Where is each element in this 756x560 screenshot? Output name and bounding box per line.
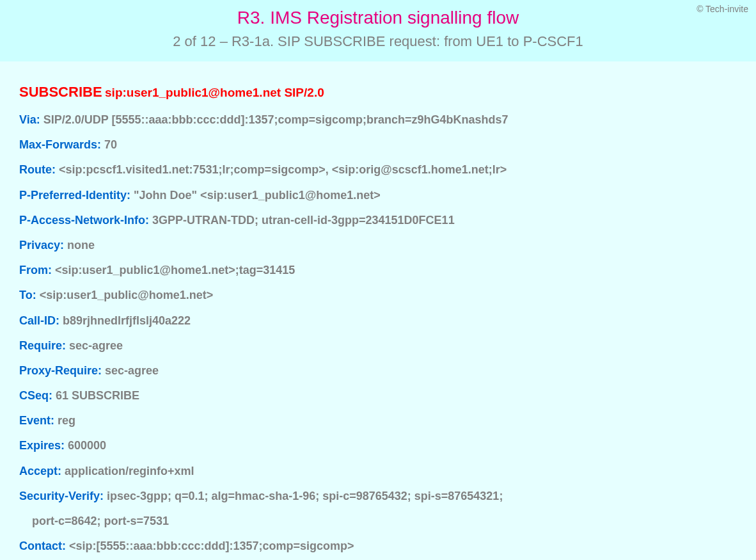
sip-header-name: Accept [19,465,58,477]
sip-header-value: application/reginfo+xml [65,465,194,477]
sip-header-value: 61 SUBSCRIBE [56,389,139,402]
colon: : [145,214,152,227]
sip-header-value: reg [58,414,75,427]
sip-header-name: Expires [19,439,61,452]
sip-header-value-cont: port-c=8642; port-s=7531 [32,515,169,527]
sip-header-continuation: port-c=8642; port-s=7531 [19,513,737,529]
sip-method: SUBSCRIBE [19,84,102,100]
sip-header-value: 3GPP-UTRAN-TDD; utran-cell-id-3gpp=23415… [152,214,455,227]
main-title: R3. IMS Registration signalling flow [0,8,756,28]
sip-header-value: 600000 [68,439,106,452]
sip-header-line: Require: sec-agree [19,338,737,354]
sip-header-name: Route [19,163,52,176]
colon: : [49,389,56,402]
copyright-text: © Tech-invite [697,4,748,14]
sip-header-name: CSeq [19,389,49,402]
colon: : [98,364,105,377]
sip-header-value: sec-agree [105,364,159,377]
sip-header-line: Contact: <sip:[5555::aaa:bbb:ccc:ddd]:13… [19,538,737,554]
sip-header-value: SIP/2.0/UDP [5555::aaa:bbb:ccc:ddd]:1357… [43,113,508,126]
colon: : [52,163,59,176]
sip-headers-block: Via: SIP/2.0/UDP [5555::aaa:bbb:ccc:ddd]… [19,112,737,560]
sip-header-name: Event [19,414,51,427]
colon: : [56,314,63,327]
sip-header-name: Contact [19,540,62,552]
sip-header-name: Proxy-Require [19,364,98,377]
page-header: © Tech-invite R3. IMS Registration signa… [0,0,756,61]
sip-header-line: Max-Forwards: 70 [19,137,737,153]
sip-header-name: Via [19,113,36,126]
sip-header-value: none [67,239,95,252]
colon: : [33,289,40,301]
sip-header-line: Event: reg [19,413,737,429]
sip-header-line: P-Access-Network-Info: 3GPP-UTRAN-TDD; u… [19,212,737,228]
sip-header-name: From [19,264,48,276]
sip-header-name: Call-ID [19,314,56,327]
sub-title: 2 of 12 – R3-1a. SIP SUBSCRIBE request: … [0,33,756,50]
sip-header-line: P-Preferred-Identity: "John Doe" <sip:us… [19,188,737,204]
sip-header-name: Privacy [19,239,60,252]
sip-header-value: <sip:pcscf1.visited1.net:7531;lr;comp=si… [59,163,507,176]
colon: : [100,490,107,502]
colon: : [36,113,43,126]
colon: : [97,138,104,151]
colon: : [58,465,65,477]
sip-header-line: Via: SIP/2.0/UDP [5555::aaa:bbb:ccc:ddd]… [19,112,737,128]
sip-header-line: Security-Verify: ipsec-3gpp; q=0.1; alg=… [19,488,737,504]
sip-message-content: SUBSCRIBE sip:user1_public1@home1.net SI… [0,61,756,560]
sip-header-line: Privacy: none [19,237,737,253]
sip-request-uri: sip:user1_public1@home1.net SIP/2.0 [105,86,324,99]
sip-header-line: Accept: application/reginfo+xml [19,463,737,479]
sip-header-value: <sip:user1_public@home1.net> [40,289,214,301]
colon: : [60,239,67,252]
sip-header-name: P-Access-Network-Info [19,214,145,227]
colon: : [48,264,55,276]
colon: : [51,414,58,427]
sip-header-line: To: <sip:user1_public@home1.net> [19,287,737,303]
sip-header-line: Expires: 600000 [19,438,737,454]
sip-header-line: Route: <sip:pcscf1.visited1.net:7531;lr;… [19,162,737,178]
sip-header-value: ipsec-3gpp; q=0.1; alg=hmac-sha-1-96; sp… [107,490,503,502]
colon: : [127,189,134,202]
sip-header-value: sec-agree [69,339,123,352]
sip-header-value: <sip:user1_public1@home1.net>;tag=31415 [55,264,295,276]
sip-header-value: "John Doe" <sip:user1_public1@home1.net> [134,189,381,202]
sip-header-value: 70 [104,138,117,151]
sip-header-line: From: <sip:user1_public1@home1.net>;tag=… [19,262,737,278]
request-line: SUBSCRIBE sip:user1_public1@home1.net SI… [19,84,737,100]
sip-header-line: CSeq: 61 SUBSCRIBE [19,388,737,404]
sip-header-value: b89rjhnedlrfjflslj40a222 [63,314,191,327]
sip-header-line: Proxy-Require: sec-agree [19,363,737,379]
sip-header-name: Require [19,339,62,352]
sip-header-name: Security-Verify [19,490,100,502]
sip-header-value: <sip:[5555::aaa:bbb:ccc:ddd]:1357;comp=s… [69,540,354,552]
sip-header-name: To [19,289,33,301]
sip-header-name: Max-Forwards [19,138,97,151]
colon: : [61,439,68,452]
colon: : [62,339,69,352]
sip-header-line: Call-ID: b89rjhnedlrfjflslj40a222 [19,313,737,329]
colon: : [62,540,69,552]
sip-header-name: P-Preferred-Identity [19,189,127,202]
